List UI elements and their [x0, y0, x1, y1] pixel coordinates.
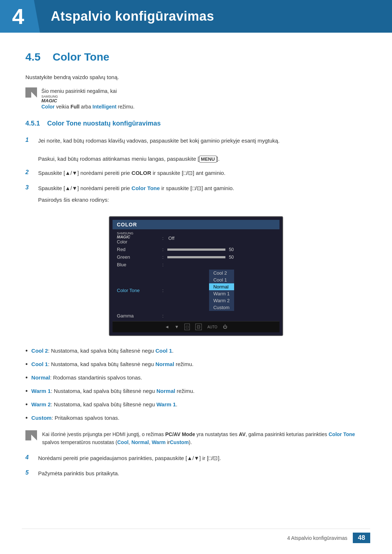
section-number: 4.5	[25, 51, 41, 63]
step-1: 1 Jei norite, kad būtų rodomas klavišų v…	[25, 136, 367, 148]
nav-icon-square: □	[184, 324, 190, 330]
color-menu-title: COLOR	[113, 220, 279, 229]
monitor-screen: COLOR SAMSUNG MAGIC Color : Off	[109, 216, 283, 336]
custom-ref: Custom	[170, 439, 189, 445]
step-3-number: 3	[25, 184, 33, 191]
note-section-2: Kai išorinė įvestis prijungta per HDMI j…	[25, 430, 367, 447]
menu-row-red: Red : 50	[113, 246, 279, 253]
step-4: 4 Norėdami pereiti prie pageidaujamos pa…	[25, 454, 367, 463]
custom-label: Custom	[31, 415, 52, 421]
bullet-dot-5: •	[25, 400, 28, 410]
dropdown-warm2[interactable]: Warm 2	[209, 297, 234, 304]
chapter-number: 4	[12, 4, 24, 29]
step-1-sub: Paskui, kad būtų rodomas atitinkamas men…	[25, 155, 367, 163]
main-content: 4.5 Color Tone Nustatykite bendrą vaizdo…	[0, 33, 392, 513]
warm1-ref: Warm 1	[156, 401, 176, 407]
color-tone-ref: Color Tone	[131, 185, 160, 191]
note-or: arba	[81, 104, 93, 110]
step-3-subtext: Pasirodys šis ekrano rodinys:	[38, 196, 367, 204]
dropdown-custom[interactable]: Custom	[209, 304, 234, 311]
chapter-title: Atspalvio konfigūravimas	[51, 9, 214, 24]
note-paragraph-2: Kai išorinė įvestis prijungta per HDMI j…	[42, 430, 367, 447]
red-bar-num: 50	[229, 247, 234, 252]
cool1-label: Cool 1	[31, 361, 48, 367]
bullet-dot-3: •	[25, 373, 28, 383]
step-1-content: Jei norite, kad būtų rodomas klavišų vad…	[38, 136, 367, 148]
color-label: Color	[41, 104, 55, 110]
step-5-content: Pažymėta parinktis bus pritaikyta.	[38, 469, 367, 478]
page: 4 Atspalvio konfigūravimas 4.5 Color Ton…	[0, 0, 392, 554]
bullet-warm1-text: Warm 1: Nustatoma, kad spalva būtų šilte…	[31, 387, 195, 395]
av-label: AV	[239, 431, 245, 437]
subsection-heading: Color Tone nuostatų konfigūravimas	[47, 120, 161, 127]
red-bar-container: 50	[167, 247, 275, 252]
color-menu: COLOR SAMSUNG MAGIC Color : Off	[113, 220, 279, 332]
subsection-title: 4.5.1 Color Tone nuostatų konfigūravimas	[25, 120, 367, 127]
dropdown-list: Cool 2 Cool 1 Normal Warm 1 Warm 2 Custo…	[209, 270, 234, 311]
nav-icon-square2: ⊡	[195, 324, 202, 330]
green-bar-num: 50	[229, 255, 234, 260]
colon-4: :	[162, 262, 164, 267]
intro-text: Nustatykite bendrą vaizdo spalvų toną.	[25, 74, 367, 80]
bullet-warm2-text: Warm 2: Nustatoma, kad spalva būtų šilte…	[31, 401, 177, 409]
footer-page-number: 48	[353, 533, 370, 543]
green-bar-container: 50	[167, 255, 275, 260]
monitor-container: COLOR SAMSUNG MAGIC Color : Off	[25, 216, 367, 336]
menu-row-colortone: Color Tone : Cool 2 Cool 1 Normal Warm 1…	[113, 268, 279, 312]
nav-icon-left: ◄	[165, 324, 169, 329]
chapter-number-box: 4	[0, 0, 40, 33]
normal-ref-2: Normal	[156, 388, 175, 394]
pc-av-mode: PC/AV Mode	[165, 431, 195, 437]
warm-ref: Warm	[152, 439, 166, 445]
bullet-warm1: • Warm 1: Nustatoma, kad spalva būtų šil…	[25, 387, 367, 396]
bullet-cool2: • Cool 2: Nustatoma, kad spalva būtų šal…	[25, 347, 367, 356]
step-2-number: 2	[25, 169, 33, 176]
green-bar	[167, 256, 225, 258]
step-1-number: 1	[25, 136, 33, 143]
step-5-number: 5	[25, 469, 33, 476]
bullet-dot-6: •	[25, 413, 28, 423]
warm1-label: Warm 1	[31, 388, 51, 394]
colon-1: :	[162, 235, 164, 241]
note-icon-2	[25, 430, 37, 440]
monitor-bottom-bar: ◄ ▼ □ ⊡ AUTO ⏻	[113, 321, 279, 332]
bullet-dot-4: •	[25, 386, 28, 396]
menu-label-magic: SAMSUNG MAGIC Color	[117, 232, 160, 245]
bullet-warm2: • Warm 2: Nustatoma, kad spalva būtų šil…	[25, 401, 367, 410]
cool-ref: Cool	[117, 439, 128, 445]
nav-auto: AUTO	[207, 325, 217, 329]
dropdown-normal[interactable]: Normal	[209, 283, 234, 290]
bullet-cool1-text: Cool 1: Nustatoma, kad spalva būtų šalte…	[31, 360, 193, 369]
footer: 4 Atspalvio konfigūravimas 48	[22, 529, 370, 543]
menu-label-green: Green	[117, 254, 160, 260]
bullet-normal: • Normal: Rodomas standartinis spalvos t…	[25, 374, 367, 383]
bullet-custom: • Custom: Pritaikomas spalvos tonas.	[25, 414, 367, 423]
cool1-ref: Cool 1	[155, 348, 172, 354]
step-2-content: Spauskite [▲/▼] norėdami pereiti prie CO…	[38, 169, 367, 177]
bullet-custom-text: Custom: Pritaikomas spalvos tonas.	[31, 414, 119, 422]
bullet-dot-2: •	[25, 360, 28, 369]
dropdown-cool2[interactable]: Cool 2	[209, 270, 234, 276]
footer-chapter-ref: 4 Atspalvio konfigūravimas	[287, 535, 347, 541]
note-prefix: Šio meniu pasirinkti negalima, kai	[41, 88, 117, 94]
step-3: 3 Spauskite [▲/▼] norėdami pereiti prie …	[25, 184, 367, 207]
bullet-cool2-text: Cool 2: Nustatoma, kad spalva būtų šalte…	[31, 347, 173, 355]
note-full: Full	[70, 104, 79, 110]
menu-row-green: Green : 50	[113, 253, 279, 261]
section-heading: Color Tone	[53, 51, 109, 63]
color-tone-ref-2: Color Tone	[328, 431, 355, 437]
dropdown-cool1[interactable]: Cool 1	[209, 276, 234, 283]
menu-label-blue: Blue	[117, 262, 160, 267]
note-end: režimu.	[118, 104, 135, 110]
bullet-normal-text: Normal: Rodomas standartinis spalvos ton…	[31, 374, 142, 382]
colon-5: :	[162, 288, 164, 293]
nav-icon-down: ▼	[175, 324, 179, 329]
nav-power: ⏻	[223, 324, 227, 329]
note-text-1: Šio meniu pasirinkti negalima, kai SAMSU…	[41, 87, 135, 111]
note-icon	[25, 87, 37, 98]
dropdown-warm1[interactable]: Warm 1	[209, 290, 234, 297]
colon-6: :	[162, 313, 164, 319]
color-menu-body: SAMSUNG MAGIC Color : Off Red :	[113, 229, 279, 321]
subsection-number: 4.5.1	[25, 120, 40, 127]
step-1-text: Jei norite, kad būtų rodomas klavišų vad…	[38, 136, 367, 145]
